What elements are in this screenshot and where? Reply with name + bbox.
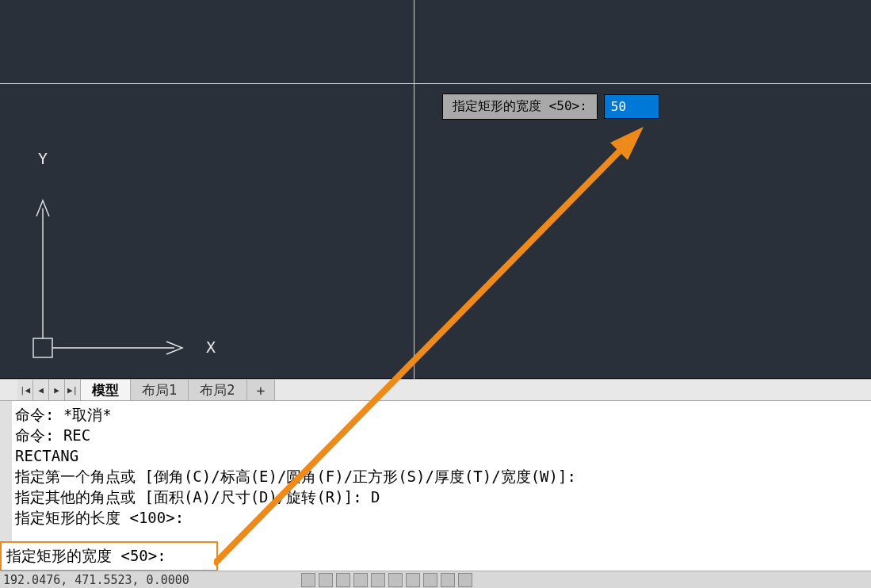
status-toggle-osnap-icon[interactable] <box>371 573 385 587</box>
tab-nav-prev[interactable]: ◀ <box>33 380 49 400</box>
tab-model[interactable]: 模型 <box>81 380 131 400</box>
command-history[interactable]: 命令: *取消* 命令: REC RECTANG 指定第一个角点或 [倒角(C)… <box>0 401 871 542</box>
status-toggle-dyn-icon[interactable] <box>406 573 420 587</box>
status-toggle-polar-icon[interactable] <box>353 573 368 587</box>
status-bar: 192.0476, 471.5523, 0.0000 <box>0 571 871 588</box>
ucs-y-label: Y <box>38 149 48 168</box>
status-toggle-cycling-icon[interactable] <box>458 573 472 587</box>
history-line: 指定第一个角点或 [倒角(C)/标高(E)/圆角(F)/正方形(S)/厚度(T)… <box>15 468 576 485</box>
history-line: RECTANG <box>15 447 78 464</box>
ucs-icon: X Y <box>32 148 222 362</box>
tab-nav-first[interactable]: |◀ <box>17 380 33 400</box>
ucs-x-label: X <box>206 338 216 357</box>
tabs-bar: |◀ ◀ ▶ ▶| 模型 布局1 布局2 + <box>0 379 871 401</box>
tab-layout1[interactable]: 布局1 <box>131 380 189 400</box>
history-line: 命令: *取消* <box>15 406 112 423</box>
drawing-canvas[interactable]: 指定矩形的宽度 <50>: X Y <box>0 0 871 379</box>
history-line: 指定其他的角点或 [面积(A)/尺寸(D)/旋转(R)]: D <box>15 488 380 506</box>
dynamic-input-field[interactable] <box>604 94 659 119</box>
tab-layout2[interactable]: 布局2 <box>189 380 246 400</box>
command-input-highlight: 指定矩形的宽度 <50>: <box>0 541 218 571</box>
history-line: 指定矩形的长度 <100>: <box>15 509 184 526</box>
dynamic-input-popup: 指定矩形的宽度 <50>: <box>442 94 659 120</box>
tab-nav-last[interactable]: ▶| <box>65 380 81 400</box>
status-toggle-icons <box>301 573 472 587</box>
status-toggle-ortho-icon[interactable] <box>336 573 350 587</box>
command-prompt[interactable]: 指定矩形的宽度 <50>: <box>6 547 166 564</box>
status-toggle-snap-icon[interactable] <box>319 573 333 587</box>
crosshair-vertical <box>414 0 414 379</box>
status-toggle-grid-icon[interactable] <box>301 573 315 587</box>
crosshair-horizontal <box>0 83 871 84</box>
status-toggle-transparency-icon[interactable] <box>441 573 455 587</box>
dynamic-input-label: 指定矩形的宽度 <50>: <box>442 94 598 120</box>
svg-rect-0 <box>33 338 52 357</box>
history-line: 命令: REC <box>15 426 90 444</box>
tab-add-button[interactable]: + <box>247 380 276 400</box>
status-toggle-lwt-icon[interactable] <box>423 573 437 587</box>
tab-nav-next[interactable]: ▶ <box>49 380 65 400</box>
status-toggle-otrack-icon[interactable] <box>388 573 403 587</box>
status-coordinates: 192.0476, 471.5523, 0.0000 <box>3 573 189 587</box>
